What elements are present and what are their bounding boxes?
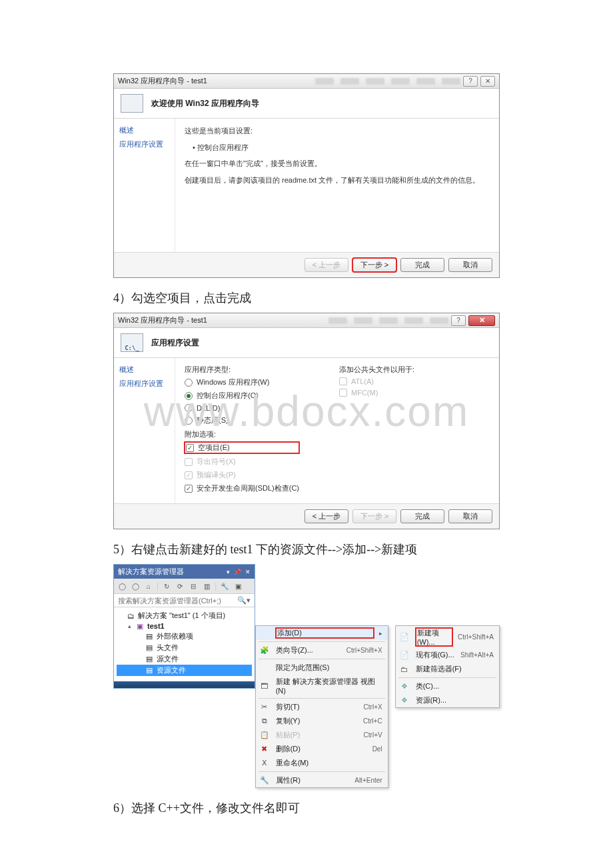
checkbox-empty-project[interactable]: ✓空项目(E) <box>185 442 299 453</box>
properties-icon[interactable]: 🔧 <box>219 581 230 591</box>
context-menu-primary: 添加(D)▸ 🧩类向导(Z)...Ctrl+Shift+X 限定为此范围(S) … <box>255 625 388 788</box>
titlebar-blur <box>315 78 334 85</box>
back-icon[interactable]: ◯ <box>117 581 127 591</box>
sidebar-app-settings[interactable]: 应用程序设置 <box>119 139 169 149</box>
checkbox-sdl[interactable]: ✓安全开发生命周期(SDL)检查(C) <box>185 483 299 493</box>
step-4-caption: 4）勾选空项目，点击完成 <box>113 290 500 306</box>
tree-sources[interactable]: ▤源文件 <box>117 653 252 665</box>
checkbox-mfc: MFC(M) <box>339 389 414 397</box>
panel-title: 解决方案资源管理器 ▾ 📌 ✕ <box>114 565 255 579</box>
dropdown-icon[interactable]: ▾ <box>227 569 230 575</box>
cancel-button[interactable]: 取消 <box>448 509 492 523</box>
menu-add[interactable]: 添加(D)▸ <box>256 626 388 640</box>
radio-windows-app[interactable]: Windows 应用程序(W) <box>185 377 299 387</box>
sync-icon[interactable]: ↻ <box>161 581 172 591</box>
preview-icon[interactable]: ▣ <box>233 581 243 591</box>
next-button: 下一步 > <box>352 509 396 523</box>
finish-button[interactable]: 完成 <box>400 509 444 523</box>
titlebar-blur <box>366 78 384 85</box>
tree-resources[interactable]: ▤资源文件 <box>117 665 252 676</box>
menu-new-item[interactable]: 📄新建项(W)...Ctrl+Shift+A <box>396 626 499 648</box>
menu-paste: 📋粘贴(P)Ctrl+V <box>256 728 388 742</box>
menu-new-filter[interactable]: 🗀新建筛选器(F) <box>396 662 499 676</box>
showall-icon[interactable]: ▥ <box>201 581 212 591</box>
menu-new-sln-view[interactable]: 🗔新建 解决方案资源管理器 视图(N) <box>256 675 388 697</box>
panel-toolbar: ◯ ◯ ⌂ | ↻ ⟳ ⊟ ▥ | 🔧 ▣ <box>114 579 255 593</box>
additional-options-label: 附加选项: <box>185 429 299 439</box>
radio-dll[interactable]: DLL(D) <box>185 404 299 412</box>
search-icon[interactable]: 🔍▾ <box>237 596 251 605</box>
menu-cut[interactable]: ✂剪切(T)Ctrl+X <box>256 700 388 714</box>
titlebar-blur <box>391 78 410 85</box>
menu-existing-item[interactable]: 📄现有项(G)...Shift+Alt+A <box>396 648 499 662</box>
window-title: Win32 应用程序向导 - test1 <box>118 76 207 86</box>
search-input[interactable] <box>118 597 237 605</box>
dialog-content: 这些是当前项目设置: • 控制台应用程序 在任一窗口中单击"完成"，接受当前设置… <box>175 119 499 252</box>
tree-ext-deps[interactable]: ▤外部依赖项 <box>117 631 252 642</box>
titlebar-blur <box>442 78 460 85</box>
finish-button[interactable]: 完成 <box>400 258 444 272</box>
left-col: 应用程序类型: Windows 应用程序(W) 控制台应用程序(O) DLL(D… <box>185 365 299 497</box>
close-button[interactable]: ✕ <box>468 315 495 326</box>
prev-button: < 上一步 <box>305 258 348 272</box>
sidebar-overview[interactable]: 概述 <box>119 365 169 375</box>
checkbox-precompiled-header: ✓预编译头(P) <box>185 470 299 480</box>
pin-icon[interactable]: 📌 <box>234 569 241 575</box>
menu-resource[interactable]: ❖资源(R)... <box>396 693 499 707</box>
tree-solution[interactable]: 🗂解决方案 "test1" (1 个项目) <box>117 610 252 621</box>
dialog-sidebar: 概述 应用程序设置 <box>114 119 175 252</box>
content-bullet: • 控制台应用程序 <box>185 142 490 153</box>
context-menu-add-submenu: 📄新建项(W)...Ctrl+Shift+A 📄现有项(G)...Shift+A… <box>395 625 500 708</box>
window-title: Win32 应用程序向导 - test1 <box>118 315 207 325</box>
console-icon: C:\_ <box>121 333 143 352</box>
titlebar-blur <box>416 78 435 85</box>
titlebar-blur <box>379 317 398 324</box>
sidebar-overview[interactable]: 概述 <box>119 125 169 135</box>
menu-class-wizard[interactable]: 🧩类向导(Z)...Ctrl+Shift+X <box>256 643 388 657</box>
radio-console-app[interactable]: 控制台应用程序(O) <box>185 391 299 401</box>
checkbox-atl: ATL(A) <box>339 377 414 385</box>
dialog-header: 欢迎使用 Win32 应用程序向导 <box>114 89 499 119</box>
titlebar-blur <box>354 317 372 324</box>
search-box[interactable]: 🔍▾ <box>114 593 255 607</box>
titlebar: Win32 应用程序向导 - test1 ? ✕ <box>114 74 499 89</box>
sidebar-app-settings[interactable]: 应用程序设置 <box>119 379 169 389</box>
dialog-footer: < 上一步 下一步 > 完成 取消 <box>114 252 499 277</box>
dialog-sidebar: 概述 应用程序设置 <box>114 358 175 503</box>
home-icon[interactable]: ⌂ <box>143 581 154 591</box>
menu-rename[interactable]: Ⅹ重命名(M) <box>256 756 388 770</box>
tree-project[interactable]: ▴▣test1 <box>117 621 252 631</box>
next-button[interactable]: 下一步 > <box>352 258 396 272</box>
common-headers-label: 添加公共头文件以用于: <box>339 365 414 375</box>
titlebar-blur <box>328 317 347 324</box>
wizard-dialog-settings: Win32 应用程序向导 - test1 ? ✕ C:\_ 应用程序设置 概述 … <box>113 313 500 529</box>
forward-icon[interactable]: ◯ <box>130 581 141 591</box>
dialog-header-title: 应用程序设置 <box>151 337 199 349</box>
cancel-button[interactable]: 取消 <box>448 258 492 272</box>
help-button[interactable]: ? <box>463 76 478 87</box>
solution-tree: 🗂解决方案 "test1" (1 个项目) ▴▣test1 ▤外部依赖项 ▤头文… <box>114 607 255 681</box>
app-type-label: 应用程序类型: <box>185 365 299 375</box>
menu-scope[interactable]: 限定为此范围(S) <box>256 661 388 675</box>
close-button[interactable]: ✕ <box>480 76 495 87</box>
tree-headers[interactable]: ▤头文件 <box>117 642 252 653</box>
menu-copy[interactable]: ⧉复制(Y)Ctrl+C <box>256 714 388 728</box>
solution-explorer-panel: 解决方案资源管理器 ▾ 📌 ✕ ◯ ◯ ⌂ | ↻ ⟳ ⊟ ▥ | 🔧 ▣ 🔍▾ <box>113 564 255 689</box>
wizard-dialog-welcome: Win32 应用程序向导 - test1 ? ✕ 欢迎使用 Win32 应用程序… <box>113 73 500 278</box>
collapse-icon[interactable]: ⊟ <box>188 581 199 591</box>
menu-properties[interactable]: 🔧属性(R)Alt+Enter <box>256 773 388 787</box>
titlebar-blur <box>404 317 423 324</box>
dialog-header-title: 欢迎使用 Win32 应用程序向导 <box>151 98 259 109</box>
help-button[interactable]: ? <box>451 315 466 326</box>
right-col: 添加公共头文件以用于: ATL(A) MFC(M) <box>339 365 414 497</box>
titlebar-blur <box>430 317 448 324</box>
menu-delete[interactable]: ✖删除(D)Del <box>256 742 388 756</box>
radio-static-lib[interactable]: 静态库(S) <box>185 415 299 425</box>
close-icon[interactable]: ✕ <box>245 569 251 575</box>
refresh-icon[interactable]: ⟳ <box>175 581 185 591</box>
prev-button[interactable]: < 上一步 <box>305 509 348 523</box>
dialog-content: 应用程序类型: Windows 应用程序(W) 控制台应用程序(O) DLL(D… <box>175 358 499 503</box>
dialog-header: C:\_ 应用程序设置 <box>114 328 499 358</box>
menu-class[interactable]: ❖类(C)... <box>396 679 499 693</box>
dialog-footer: < 上一步 下一步 > 完成 取消 <box>114 503 499 529</box>
